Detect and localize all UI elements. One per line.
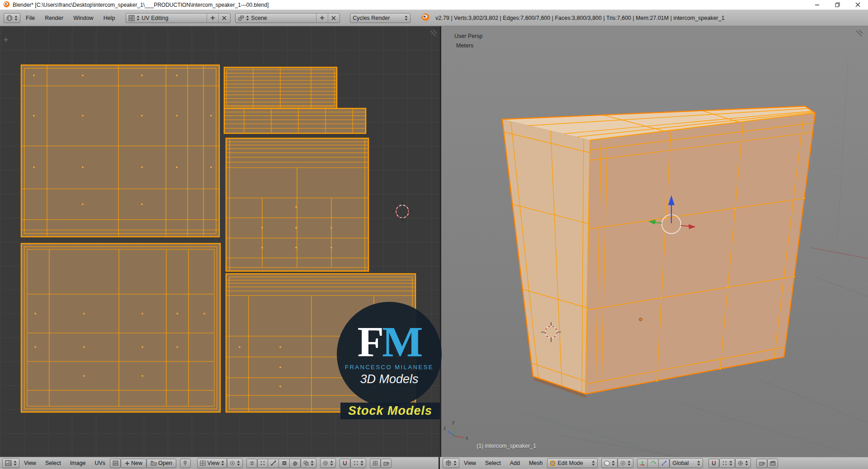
snap-toggle-button[interactable] [708,459,719,468]
dropdown-arrows-icon [221,460,224,466]
image-pin-button[interactable] [180,459,191,468]
scene-selector[interactable]: Scene [235,13,340,23]
window-titlebar: Blender* [C:\Users\franc\Desktop\interco… [0,0,868,10]
menu-window[interactable]: Window [69,15,98,21]
mesh-front-face[interactable] [585,113,815,394]
shading-sphere-icon [604,460,610,466]
proportional-edit-dropdown[interactable] [320,458,336,468]
uv-island[interactable] [226,138,368,271]
opengl-render-anim-button[interactable] [767,459,778,468]
minimize-button[interactable] [807,0,827,10]
uv-menu-uvs[interactable]: UVs [90,460,110,466]
menu-file[interactable]: File [21,15,39,21]
mode-dropdown[interactable]: Edit Mode [547,458,598,468]
magnet-icon [711,460,717,466]
uv-pivot-dropdown[interactable] [227,458,243,468]
uv-island[interactable] [21,65,219,237]
edit-mode-icon [550,460,556,466]
edge-select-icon [271,460,276,466]
x-icon [222,16,226,20]
uv-select-face-button[interactable] [279,459,290,468]
uv-select-edge-button[interactable] [268,459,279,468]
restore-button[interactable] [827,0,848,10]
uv-menu-image[interactable]: Image [66,460,90,466]
v3d-menu-add[interactable]: Add [505,460,524,466]
sticky-select-icon [303,460,309,466]
watermark-banner: Stock Models [340,403,440,419]
plus-icon [125,461,130,466]
manipulator-group [637,459,670,468]
uv-render-preview-button[interactable] [381,459,392,468]
uv-draw-other-objects-button[interactable] [370,459,381,468]
snap-target-dropdown[interactable] [735,458,751,468]
island-select-icon [292,460,298,466]
manipulator-scale-button[interactable] [659,459,670,468]
object-info-overlay: (1) intercom_speaker_1 [476,443,536,449]
uv-island[interactable] [224,67,337,108]
manipulator-translate-button[interactable] [637,459,648,468]
snap-increment-icon [722,460,727,466]
dropdown-arrows-icon [592,460,595,466]
axis-label-x: x [466,436,468,441]
dropdown-arrows-icon [237,460,240,466]
snap-toggle-button[interactable] [340,459,350,468]
uv-view-dropdown-label: View [208,460,220,466]
info-editor-type-button[interactable] [4,13,20,23]
screen-layout-selector[interactable]: UV Editing [126,13,231,23]
dropdown-arrows-icon [453,460,457,466]
v3d-menu-mesh[interactable]: Mesh [524,460,547,466]
snap-element-dropdown[interactable] [350,458,366,468]
proportional-edit-icon [323,460,328,466]
open-image-button[interactable]: Open [146,459,176,468]
image-editor-icon [5,460,12,466]
mesh-intercom-speaker[interactable] [502,106,815,398]
face-select-icon [282,460,287,466]
view3d-editor-type-button[interactable] [443,458,459,468]
dropdown-arrows-icon [14,460,17,466]
scene-statistics: v2.79 | Verts:3,802/3,802 | Edges:7,600/… [435,15,724,21]
uv-grid-icon [200,460,206,466]
info-header: File Render Window Help UV Editing Scene… [0,10,868,26]
close-button[interactable] [848,0,868,10]
watermark-banner-text: Stock Models [348,404,432,418]
image-browse-button[interactable] [110,459,121,468]
viewport-canvas[interactable]: x y z [441,26,868,457]
mode-label: Edit Mode [557,460,590,466]
units-overlay: Meters [456,42,473,49]
pivot-point-dropdown[interactable] [618,458,633,468]
v3d-menu-view[interactable]: View [459,460,481,466]
uv-view-dropdown[interactable]: View [197,458,227,468]
snap-increment-icon [353,460,359,466]
watermark-logo: FM FRANCESCO MILANESE 3D Models [337,302,442,407]
uv-editor-type-button[interactable] [2,458,19,468]
sticky-selection-dropdown[interactable] [301,458,316,468]
uv-island[interactable] [21,244,220,412]
snap-element-dropdown[interactable] [719,458,735,468]
scene-name: Scene [251,15,314,21]
uv-island[interactable] [224,108,366,133]
render-engine-dropdown[interactable]: Cycles Render [350,13,410,23]
viewport-3d[interactable]: x y z User Persp Meters (1) intercom_spe… [441,26,868,457]
viewport-shading-dropdown[interactable] [601,458,618,468]
uv-menu-view[interactable]: View [19,460,41,466]
sync-arrows-icon [249,460,255,466]
uv-menu-select[interactable]: Select [41,460,66,466]
menu-render[interactable]: Render [40,15,68,21]
v3d-menu-select[interactable]: Select [481,460,505,466]
uv-sync-selection-toggle[interactable] [246,459,257,468]
folder-icon [151,460,157,466]
blender-logo-icon [420,13,430,23]
delete-layout-button[interactable] [221,14,228,23]
uv-select-vertex-button[interactable] [257,459,268,468]
camera-icon [759,461,765,466]
add-layout-button[interactable] [209,14,217,23]
opengl-render-button[interactable] [756,459,767,468]
object-origin-dot [639,318,642,321]
transform-orientation-dropdown[interactable]: Global [670,458,703,468]
add-scene-button[interactable] [318,14,326,23]
manipulator-rotate-button[interactable] [648,459,659,468]
uv-select-island-button[interactable] [290,459,301,468]
menu-help[interactable]: Help [99,15,120,21]
new-image-button[interactable]: New [121,459,146,468]
delete-scene-button[interactable] [330,14,337,23]
